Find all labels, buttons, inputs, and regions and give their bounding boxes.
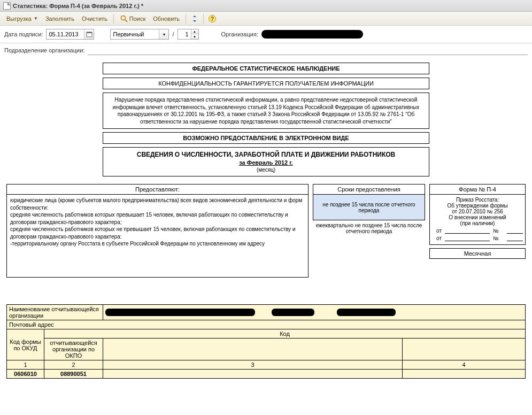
main-toolbar: Выгрузка ▼ Заполнить Очистить Поиск Обно… xyxy=(0,12,532,26)
redacted-org2 xyxy=(272,309,314,316)
search-label: Поиск xyxy=(129,16,145,22)
fed-observation-box: ФЕДЕРАЛЬНОЕ СТАТИСТИЧЕСКОЕ НАБЛЮДЕНИЕ xyxy=(103,63,429,74)
monthly-box: Месячная xyxy=(429,248,526,259)
clear-label: Очистить xyxy=(82,16,107,22)
from-line xyxy=(445,227,490,234)
form-line2: Об утверждении формы xyxy=(432,203,523,209)
deadline-header: Сроки предоставления xyxy=(313,184,425,195)
unload-label: Выгрузка xyxy=(6,16,32,22)
table-row: Код формы по ОКУД Код xyxy=(7,329,526,339)
deadline-column: Сроки предоставления не позднее 15 числа… xyxy=(313,184,425,236)
date-input[interactable] xyxy=(47,29,84,39)
fill-button[interactable]: Заполнить xyxy=(42,14,78,24)
num-1: 1 xyxy=(7,360,44,370)
from-label-2: от xyxy=(432,235,442,241)
redacted-org3 xyxy=(337,309,396,316)
table-row: Наименование отчитывающейся организации xyxy=(7,305,526,320)
no-line xyxy=(507,227,523,234)
val-okud: 0606010 xyxy=(7,370,44,379)
form-line1: Приказ Росстата: xyxy=(432,197,523,203)
subdiv-row: Подразделение организации: xyxy=(0,43,532,57)
no-label: № xyxy=(493,228,504,234)
num-4: 4 xyxy=(403,360,526,370)
dropdown-icon: ▼ xyxy=(34,16,38,21)
title-line2: за Февраль 2012 г. xyxy=(106,159,426,166)
table-row: отчитывающейся организации по ОКПО xyxy=(7,339,526,360)
unload-button[interactable]: Выгрузка ▼ xyxy=(3,14,41,24)
bottom-table: Наименование отчитывающейся организации … xyxy=(6,304,526,379)
code-header: Код xyxy=(44,329,526,339)
electronic-box: ВОЗМОЖНО ПРЕДОСТАВЛЕНИЕ В ЭЛЕКТРОННОМ ВИ… xyxy=(103,132,429,144)
window-titlebar: Статистика: Форма П-4 (за Февраль 2012 г… xyxy=(0,0,532,12)
title-box: СВЕДЕНИЯ О ЧИСЛЕННОСТИ, ЗАРАБОТНОЙ ПЛАТЕ… xyxy=(103,147,429,176)
form-line4: О внесении изменений xyxy=(432,214,523,220)
window-title: Статистика: Форма П-4 (за Февраль 2012 г… xyxy=(13,3,143,9)
document-icon xyxy=(3,2,11,10)
type-field-wrap: ▼ xyxy=(110,29,169,40)
form-line3: от 20.07.2010 № 256 xyxy=(432,209,523,214)
postal-label: Почтовый адрес xyxy=(7,320,526,329)
num-3: 3 xyxy=(103,360,403,370)
number-spinner: ▲ ▼ xyxy=(191,29,198,39)
svg-point-0 xyxy=(121,16,125,20)
spinner-down[interactable]: ▼ xyxy=(191,34,198,39)
form-bar: Дата подписи: ▼ / ▲ ▼ Организация: xyxy=(0,26,532,43)
spinner-up[interactable]: ▲ xyxy=(191,29,198,34)
org-value-redacted xyxy=(261,30,363,39)
svg-rect-5 xyxy=(87,32,92,33)
present-body: юридические лица (кроме субъектов малого… xyxy=(6,195,309,278)
chevron-down-icon: ▼ xyxy=(163,33,166,36)
search-icon xyxy=(120,14,128,23)
val-4 xyxy=(403,370,526,379)
expand-button[interactable] xyxy=(189,13,201,25)
help-button[interactable]: ? xyxy=(206,13,218,25)
deadline-highlight: не позднее 15 числа после отчетного пери… xyxy=(313,195,425,220)
present-header: Предоставляют: xyxy=(6,184,309,195)
separator xyxy=(113,14,114,24)
form-info-box: Форма № П-4 Приказ Росстата: Об утвержде… xyxy=(429,184,526,245)
org-name-label: Наименование отчитывающейся организации xyxy=(7,305,103,320)
search-button[interactable]: Поиск xyxy=(117,13,149,25)
help-icon: ? xyxy=(208,14,217,23)
clear-button[interactable]: Очистить xyxy=(79,14,111,24)
org-label: Организация: xyxy=(221,31,258,37)
expand-icon xyxy=(190,14,199,23)
law-text-box: Нарушение порядка представления статисти… xyxy=(103,93,429,129)
val-okpo: 08890051 xyxy=(44,370,103,379)
table-row: Почтовый адрес xyxy=(7,320,526,329)
document-area: ФЕДЕРАЛЬНОЕ СТАТИСТИЧЕСКОЕ НАБЛЮДЕНИЕ КО… xyxy=(0,57,532,379)
title-line1: СВЕДЕНИЯ О ЧИСЛЕННОСТИ, ЗАРАБОТНОЙ ПЛАТЕ… xyxy=(106,151,426,158)
redacted-org xyxy=(105,309,255,316)
date-field-wrap xyxy=(46,29,94,40)
svg-text:?: ? xyxy=(211,16,214,22)
from-line-2 xyxy=(445,235,490,241)
calendar-icon xyxy=(86,31,92,37)
num-2: 2 xyxy=(44,360,103,370)
from-row-1: от № xyxy=(432,227,523,234)
separator xyxy=(186,14,186,24)
subdiv-label: Подразделение организации: xyxy=(4,47,84,53)
separator xyxy=(203,14,204,24)
refresh-label: Обновить xyxy=(153,16,180,22)
type-dropdown-button[interactable]: ▼ xyxy=(159,29,168,39)
calendar-button[interactable] xyxy=(84,29,94,39)
refresh-button[interactable]: Обновить xyxy=(150,14,183,24)
three-column-section: Предоставляют: юридические лица (кроме с… xyxy=(6,184,526,278)
date-label: Дата подписи: xyxy=(4,31,43,37)
title-line3: (месяц) xyxy=(106,167,426,173)
val-3 xyxy=(103,370,403,379)
subdiv-input[interactable] xyxy=(88,45,528,55)
col4-empty xyxy=(403,339,526,360)
form-header: Форма № П-4 xyxy=(430,185,525,195)
from-row-2: от № xyxy=(432,235,523,241)
svg-line-1 xyxy=(125,20,127,22)
okud-header: Код формы по ОКУД xyxy=(7,329,44,360)
no-line-2 xyxy=(507,235,523,241)
number-field-wrap: ▲ ▼ xyxy=(178,29,199,40)
slash-label: / xyxy=(172,31,174,37)
type-input[interactable] xyxy=(111,29,159,39)
from-label: от xyxy=(432,228,442,234)
confidentiality-box: КОНФИДЕНЦИАЛЬНОСТЬ ГАРАНТИРУЕТСЯ ПОЛУЧАТ… xyxy=(103,78,429,89)
form-column: Форма № П-4 Приказ Росстата: Об утвержде… xyxy=(429,184,526,259)
number-input[interactable] xyxy=(178,29,191,39)
